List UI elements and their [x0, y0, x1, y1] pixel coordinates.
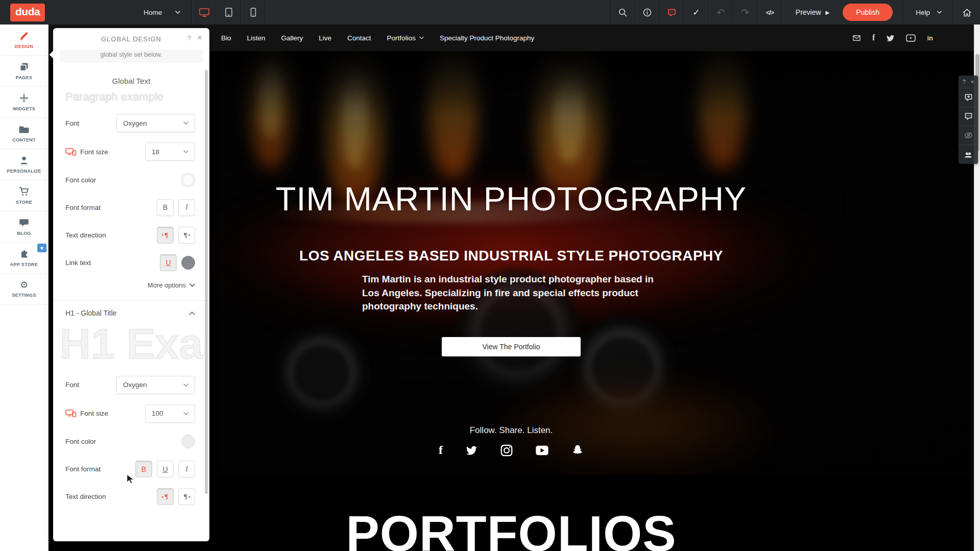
rtl-button[interactable]: ¶◂: [178, 227, 195, 244]
h1-font-format-label: Font format: [65, 465, 101, 473]
font-select[interactable]: Oxygen: [116, 114, 195, 132]
view-portfolio-button[interactable]: View The Portfolio: [442, 337, 581, 356]
help-label: Help: [916, 9, 930, 16]
redo-button[interactable]: ↷: [733, 0, 757, 25]
h1-ltr-button[interactable]: ▸¶: [157, 488, 174, 505]
chevron-up-icon: [189, 312, 195, 315]
site-nav-bio[interactable]: Bio: [221, 34, 231, 42]
sidebar-item-personalize[interactable]: PERSONALIZE: [0, 149, 48, 180]
collaborators-button[interactable]: [959, 145, 978, 164]
preview-button[interactable]: Preview ▶: [782, 0, 843, 25]
site-nav-live[interactable]: Live: [319, 34, 331, 42]
sidebar-item-widgets[interactable]: WIDGETS: [0, 87, 48, 118]
close-button[interactable]: ×: [971, 79, 974, 85]
ltr-button[interactable]: ▸¶: [157, 227, 174, 244]
mobile-view-button[interactable]: [241, 0, 265, 25]
site-nav-gallery[interactable]: Gallery: [281, 34, 303, 42]
chevron-down-icon: [419, 36, 424, 39]
font-size-select[interactable]: 18: [145, 142, 195, 161]
dashboard-home-button[interactable]: [953, 0, 980, 25]
section-divider: [53, 300, 209, 301]
font-format-label: Font format: [65, 204, 101, 211]
h1-bold-button[interactable]: B: [135, 461, 152, 477]
panel-close-button[interactable]: ×: [197, 33, 202, 43]
comments-list-button[interactable]: [959, 107, 978, 126]
panel-title: GLOBAL DESIGN: [101, 35, 161, 43]
tablet-view-button[interactable]: [217, 0, 241, 25]
hero-subtitle: LOS ANGELES BASED INDUSTRIAL STYLE PHOTO…: [299, 248, 723, 264]
snapchat-icon[interactable]: [571, 444, 584, 456]
facebook-icon[interactable]: f: [872, 33, 875, 42]
search-button[interactable]: [611, 0, 635, 25]
feedback-chat-button[interactable]: [660, 0, 684, 25]
help-dropdown[interactable]: Help: [904, 0, 953, 25]
chevron-down-icon: [183, 412, 188, 415]
sidebar-label: SETTINGS: [12, 293, 36, 298]
panel-help-button[interactable]: ?: [187, 34, 191, 42]
chevron-down-icon: [189, 283, 195, 287]
twitter-icon[interactable]: [886, 34, 895, 42]
bold-button[interactable]: B: [157, 199, 174, 216]
link-underline-button[interactable]: U: [160, 254, 177, 271]
comments-toolbar: ? ×: [959, 76, 978, 164]
play-icon: ▶: [826, 10, 830, 15]
site-nav-portfolios-label: Portfolios: [387, 34, 416, 42]
link-color-swatch[interactable]: [181, 256, 195, 270]
site-nav-contact[interactable]: Contact: [347, 34, 371, 42]
add-comment-button[interactable]: [959, 88, 978, 107]
h1-font-size-value: 100: [152, 410, 163, 417]
publish-button[interactable]: Publish: [843, 4, 893, 21]
font-color-swatch[interactable]: [181, 173, 195, 187]
site-nav-portfolios[interactable]: Portfolios: [387, 34, 424, 42]
email-icon[interactable]: [852, 34, 861, 42]
desktop-view-button[interactable]: [192, 0, 216, 25]
sidebar-item-content[interactable]: CONTENT: [0, 118, 48, 149]
chevron-down-icon: [183, 150, 188, 153]
h1-font-size-label: Font size: [65, 410, 108, 417]
page-selector-label: Home: [144, 9, 162, 16]
mouse-cursor: [126, 474, 134, 484]
h1-rtl-button[interactable]: ¶◂: [178, 488, 195, 505]
panel-scrollbar[interactable]: [205, 70, 208, 494]
eye-off-icon: [964, 131, 973, 139]
dev-mode-button[interactable]: </>: [758, 0, 782, 25]
sidebar-label: WIDGETS: [13, 106, 35, 111]
sidebar-label: PERSONALIZE: [7, 169, 41, 174]
h1-italic-button[interactable]: I: [178, 461, 195, 477]
italic-button[interactable]: I: [178, 199, 195, 216]
h1-font-color-row: Font color: [65, 433, 195, 450]
site-nav-listen[interactable]: Listen: [247, 34, 266, 42]
sidebar-item-settings[interactable]: ⚙ SETTINGS: [0, 274, 48, 305]
h1-underline-button[interactable]: U: [157, 461, 174, 477]
h1-font-size-select[interactable]: 100: [145, 404, 195, 423]
h1-font-select-value: Oxygen: [123, 381, 147, 389]
global-design-panel: GLOBAL DESIGN ? × global style set below…: [53, 28, 209, 541]
pilcrow-glyph: ¶: [164, 493, 169, 500]
sidebar-item-store[interactable]: STORE: [0, 180, 48, 211]
responsive-devices-icon: [65, 148, 77, 156]
site-nav-specialty[interactable]: Specialty Product Photography: [440, 34, 534, 42]
help-button[interactable]: ?: [963, 79, 966, 85]
h1-font-color-swatch[interactable]: [181, 435, 195, 448]
h1-font-size-row: Font size 100: [65, 404, 195, 423]
sidebar-item-app-store[interactable]: ★ APP STORE: [0, 243, 48, 274]
sidebar-item-blog[interactable]: BLOG: [0, 211, 48, 243]
youtube-icon[interactable]: [535, 445, 549, 456]
page-selector-dropdown[interactable]: Home: [132, 0, 192, 25]
linkedin-icon[interactable]: in: [927, 34, 933, 42]
h1-section-header[interactable]: H1 - Global Title: [65, 309, 195, 317]
sidebar-item-pages[interactable]: PAGES: [0, 56, 48, 87]
hide-comments-button[interactable]: [959, 126, 978, 145]
duda-logo[interactable]: duda: [10, 4, 45, 21]
undo-button[interactable]: ↶: [709, 0, 733, 25]
more-options-button[interactable]: More options: [67, 281, 195, 289]
hero-social-icons: f: [439, 443, 584, 457]
info-button[interactable]: [635, 0, 659, 25]
h1-font-select[interactable]: Oxygen: [116, 376, 195, 394]
facebook-icon[interactable]: f: [439, 443, 443, 457]
instagram-icon[interactable]: [500, 444, 513, 457]
twitter-icon[interactable]: [465, 445, 478, 456]
sidebar-item-design[interactable]: DESIGN: [0, 25, 48, 56]
youtube-icon[interactable]: [906, 34, 916, 42]
save-check-button[interactable]: ✓: [684, 0, 708, 25]
